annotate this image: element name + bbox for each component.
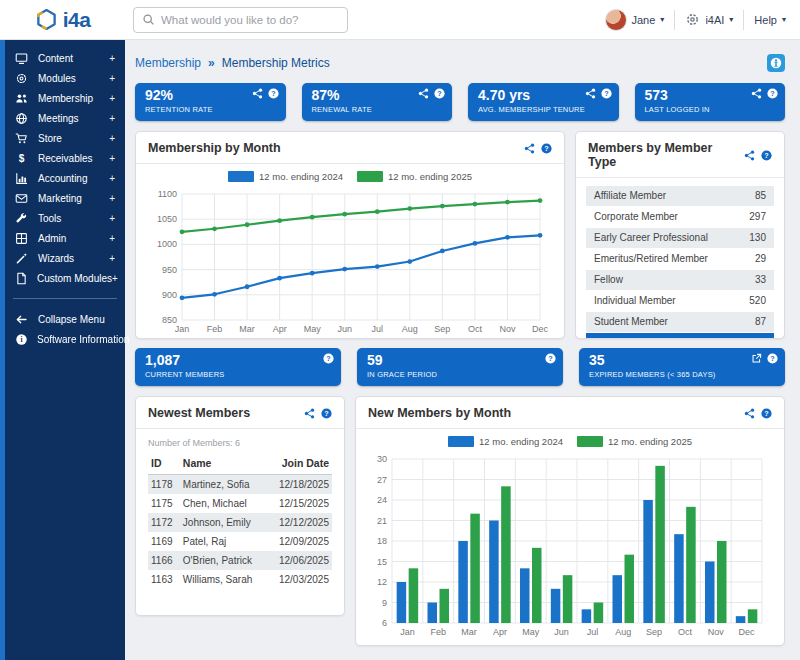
- avatar: [605, 9, 627, 31]
- svg-text:Jun: Jun: [554, 627, 569, 637]
- kpi-row-top: 92% RETENTION RATE ?87% RENEWAL RATE ?4.…: [135, 83, 785, 121]
- sidebar-item-admin[interactable]: Admin+: [5, 228, 125, 248]
- member-join-date: 12/18/2025: [267, 475, 332, 495]
- member-name: Chen, Michael: [180, 494, 267, 513]
- svg-text:?: ?: [770, 354, 774, 363]
- column-header: Join Date: [267, 454, 332, 475]
- expand-plus-icon[interactable]: +: [109, 193, 115, 204]
- sidebar-item-wizards[interactable]: Wizards+: [5, 248, 125, 268]
- sidebar-item-accounting[interactable]: Accounting+: [5, 168, 125, 188]
- share-nodes-icon[interactable]: [524, 143, 535, 154]
- sidebar-item-marketing[interactable]: Marketing+: [5, 188, 125, 208]
- accessibility-button[interactable]: [767, 54, 785, 72]
- share-nodes-icon[interactable]: [418, 88, 429, 99]
- line-chart-legend: 12 mo. ending 2024 12 mo. ending 2025: [136, 168, 564, 184]
- breadcrumb-current: Membership Metrics: [222, 56, 330, 70]
- global-search[interactable]: [133, 7, 348, 33]
- expand-plus-icon[interactable]: +: [109, 153, 115, 164]
- question-circle-icon[interactable]: ?: [761, 408, 772, 419]
- legend-item[interactable]: 12 mo. ending 2025: [577, 436, 692, 447]
- search-input[interactable]: [161, 14, 339, 26]
- member-name: Patel, Raj: [180, 532, 267, 551]
- app-logo[interactable]: i4a: [0, 8, 125, 32]
- expand-plus-icon[interactable]: +: [109, 113, 115, 124]
- sidebar-item-collapse-menu[interactable]: Collapse Menu: [5, 309, 125, 329]
- kpi-card-retention-rate: 92% RETENTION RATE ?: [135, 83, 286, 121]
- legend-chip: [577, 436, 603, 447]
- member-type-row: Emeritus/Retired Member 29: [586, 249, 774, 269]
- sidebar-item-label: Custom Modules: [37, 273, 112, 284]
- member-type-row: Early Career Professional 130: [586, 228, 774, 248]
- kpi-value: 1,087: [145, 352, 331, 369]
- legend-chip: [448, 436, 474, 447]
- users-icon: [15, 92, 29, 105]
- expand-plus-icon[interactable]: +: [112, 273, 118, 284]
- sidebar-item-membership[interactable]: Membership+: [5, 88, 125, 108]
- kpi-label: RENEWAL RATE: [312, 105, 443, 114]
- question-circle-icon[interactable]: ?: [545, 353, 556, 364]
- svg-text:Oct: Oct: [468, 324, 483, 334]
- main-content: Membership » Membership Metrics 92% RETE…: [125, 40, 800, 646]
- sidebar-item-tools[interactable]: Tools+: [5, 208, 125, 228]
- panel-title: Members by Member Type: [588, 141, 744, 169]
- question-circle-icon[interactable]: ?: [434, 88, 445, 99]
- expand-plus-icon[interactable]: +: [109, 173, 115, 184]
- sidebar-item-custom-modules[interactable]: Custom Modules+: [5, 268, 125, 288]
- sidebar-item-receivables[interactable]: $Receivables+: [5, 148, 125, 168]
- sidebar-item-store[interactable]: Store+: [5, 128, 125, 148]
- question-circle-icon[interactable]: ?: [601, 88, 612, 99]
- table-row: 1172 Johnson, Emily 12/12/2025: [148, 513, 332, 532]
- top-header: i4a Jane ▾ i4AI ▾ Help ▾: [0, 0, 800, 40]
- breadcrumb-parent[interactable]: Membership: [135, 56, 201, 70]
- expand-plus-icon[interactable]: +: [109, 233, 115, 244]
- expand-plus-icon[interactable]: +: [109, 133, 115, 144]
- sidebar-item-meetings[interactable]: Meetings+: [5, 108, 125, 128]
- expand-plus-icon[interactable]: +: [109, 73, 115, 84]
- kpi-value: 59: [367, 352, 553, 369]
- member-join-date: 12/15/2025: [267, 494, 332, 513]
- svg-text:Jul: Jul: [587, 627, 599, 637]
- legend-item[interactable]: 12 mo. ending 2024: [448, 436, 563, 447]
- svg-text:Mar: Mar: [461, 627, 477, 637]
- table-row: 1166 O'Brien, Patrick 12/06/2025: [148, 551, 332, 570]
- question-circle-icon[interactable]: ?: [321, 408, 332, 419]
- sidebar-item-label: Admin: [38, 233, 109, 244]
- user-menu[interactable]: Jane ▾: [605, 9, 665, 31]
- share-nodes-icon[interactable]: [744, 150, 755, 161]
- share-nodes-icon[interactable]: [751, 88, 762, 99]
- share-nodes-icon[interactable]: [304, 408, 315, 419]
- svg-text:1100: 1100: [158, 189, 177, 199]
- breadcrumb-separator-icon: »: [208, 56, 215, 70]
- svg-text:?: ?: [544, 143, 548, 152]
- question-circle-icon[interactable]: ?: [767, 88, 778, 99]
- member-type-row: Corporate Member 297: [586, 207, 774, 227]
- question-circle-icon[interactable]: ?: [323, 353, 334, 364]
- expand-plus-icon[interactable]: +: [109, 253, 115, 264]
- share-nodes-icon[interactable]: [252, 88, 263, 99]
- legend-item[interactable]: 12 mo. ending 2025: [357, 171, 472, 182]
- sidebar-item-modules[interactable]: Modules+: [5, 68, 125, 88]
- share-nodes-icon[interactable]: [744, 408, 755, 419]
- i4ai-menu[interactable]: i4AI ▾: [685, 12, 733, 27]
- external-link-icon[interactable]: [751, 353, 762, 364]
- chevron-down-icon: ▾: [729, 15, 733, 24]
- help-menu[interactable]: Help ▾: [754, 14, 786, 26]
- question-circle-icon[interactable]: ?: [761, 150, 772, 161]
- expand-plus-icon[interactable]: +: [109, 93, 115, 104]
- expand-plus-icon[interactable]: +: [109, 53, 115, 64]
- sidebar-item-content[interactable]: Content+: [5, 48, 125, 68]
- gear-icon: [15, 72, 29, 85]
- logo-text: i4a: [63, 8, 91, 32]
- share-nodes-icon[interactable]: [585, 88, 596, 99]
- svg-text:6: 6: [382, 618, 387, 628]
- wrench-icon: [15, 212, 29, 225]
- question-circle-icon[interactable]: ?: [767, 353, 778, 364]
- question-circle-icon[interactable]: ?: [268, 88, 279, 99]
- question-circle-icon[interactable]: ?: [541, 143, 552, 154]
- sidebar-item-software-information[interactable]: iSoftware Information: [5, 329, 125, 349]
- legend-item[interactable]: 12 mo. ending 2024: [228, 171, 343, 182]
- member-type-count: 29: [755, 253, 766, 264]
- chevron-down-icon: ▾: [782, 15, 786, 24]
- expand-plus-icon[interactable]: +: [109, 213, 115, 224]
- sidebar-item-label: Modules: [38, 73, 109, 84]
